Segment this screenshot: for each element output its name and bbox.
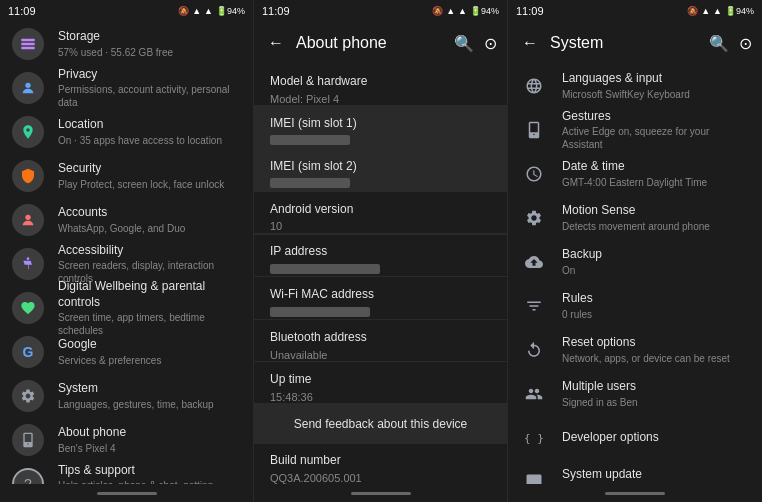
status-bar-2: 11:09 🔕 ▲ ▲ 🔋94% <box>254 0 507 22</box>
system-item-update[interactable]: System update Updated to Android 10 <box>508 460 762 484</box>
android-title: Android version <box>270 202 491 218</box>
sidebar-item-security[interactable]: Security Play Protect, screen lock, face… <box>0 154 253 198</box>
system-search-icon[interactable]: 🔍 <box>709 34 729 53</box>
update-title: System update <box>562 467 662 483</box>
about-item-build[interactable]: Build number QQ3A.200605.001 <box>254 443 507 484</box>
about-item-android[interactable]: Android version 10 <box>254 192 507 234</box>
system-item-gestures[interactable]: Gestures Active Edge on, squeeze for you… <box>508 108 762 152</box>
about-item-ip[interactable]: IP address <box>254 234 507 277</box>
about-item-bluetooth[interactable]: Bluetooth address Unavailable <box>254 320 507 362</box>
nav-indicator-2 <box>254 484 507 502</box>
reset-subtitle: Network, apps, or device can be reset <box>562 352 730 365</box>
languages-icon <box>520 72 548 100</box>
google-subtitle: Services & preferences <box>58 354 161 367</box>
users-icon <box>520 380 548 408</box>
system-item-developer[interactable]: { } Developer options <box>508 416 762 460</box>
about-item-imei1[interactable]: IMEI (sim slot 1) <box>254 106 507 149</box>
location-text: Location On · 35 apps have access to loc… <box>58 117 222 147</box>
nav-indicator-3 <box>508 484 762 502</box>
update-text: System update Updated to Android 10 <box>562 467 662 484</box>
sidebar-item-google[interactable]: G Google Services & preferences <box>0 330 253 374</box>
datetime-text: Date & time GMT-4:00 Eastern Daylight Ti… <box>562 159 707 189</box>
sidebar-item-privacy[interactable]: Privacy Permissions, account activity, p… <box>0 66 253 110</box>
wifi-icon: ▲ <box>204 6 213 16</box>
gestures-subtitle: Active Edge on, squeeze for your Assista… <box>562 125 750 151</box>
wifi-icon-3: ▲ <box>713 6 722 16</box>
accessibility-title: Accessibility <box>58 243 241 259</box>
sidebar-item-storage[interactable]: Storage 57% used · 55.62 GB free <box>0 22 253 66</box>
android-value: 10 <box>270 219 491 233</box>
about-list: Model & hardware Model: Pixel 4 IMEI (si… <box>254 64 507 484</box>
back-button[interactable]: ← <box>264 30 288 56</box>
google-title: Google <box>58 337 161 353</box>
datetime-subtitle: GMT-4:00 Eastern Daylight Time <box>562 176 707 189</box>
languages-subtitle: Microsoft SwiftKey Keyboard <box>562 88 690 101</box>
build-title: Build number <box>270 453 491 469</box>
battery-icon: 🔋94% <box>216 6 245 16</box>
svg-rect-2 <box>21 47 34 50</box>
accounts-icon <box>12 204 44 236</box>
system-item-rules[interactable]: Rules 0 rules <box>508 284 762 328</box>
backup-title: Backup <box>562 247 602 263</box>
about-item-wifi[interactable]: Wi-Fi MAC address <box>254 277 507 320</box>
about-item-feedback[interactable]: Send feedback about this device <box>254 405 507 443</box>
privacy-icon <box>12 72 44 104</box>
status-icons-1: 🔕 ▲ ▲ 🔋94% <box>178 6 245 16</box>
wellbeing-title: Digital Wellbeing & parental controls <box>58 279 241 310</box>
bluetooth-value: Unavailable <box>270 348 491 362</box>
about-icon <box>12 424 44 456</box>
signal-icon-2: ▲ <box>446 6 455 16</box>
uptime-title: Up time <box>270 372 491 388</box>
about-page-title: About phone <box>296 34 446 52</box>
system-item-motion[interactable]: Motion Sense Detects movement around pho… <box>508 196 762 240</box>
location-title: Location <box>58 117 222 133</box>
wellbeing-text: Digital Wellbeing & parental controls Sc… <box>58 279 241 337</box>
about-item-imei2[interactable]: IMEI (sim slot 2) <box>254 149 507 192</box>
wifi-redacted <box>270 307 370 317</box>
security-text: Security Play Protect, screen lock, face… <box>58 161 224 191</box>
system-item-backup[interactable]: Backup On <box>508 240 762 284</box>
users-text: Multiple users Signed in as Ben <box>562 379 638 409</box>
system-item-users[interactable]: Multiple users Signed in as Ben <box>508 372 762 416</box>
sidebar-item-location[interactable]: Location On · 35 apps have access to loc… <box>0 110 253 154</box>
system-item-languages[interactable]: Languages & input Microsoft SwiftKey Key… <box>508 64 762 108</box>
users-title: Multiple users <box>562 379 638 395</box>
system-header-icons: 🔍 ⊙ <box>709 34 752 53</box>
about-item-uptime[interactable]: Up time 15:48:36 <box>254 362 507 404</box>
status-time-2: 11:09 <box>262 5 290 17</box>
location-subtitle: On · 35 apps have access to location <box>58 134 222 147</box>
rules-subtitle: 0 rules <box>562 308 593 321</box>
sidebar-item-system[interactable]: System Languages, gestures, time, backup <box>0 374 253 418</box>
about-item-model[interactable]: Model & hardware Model: Pixel 4 <box>254 64 507 106</box>
sidebar-item-tips[interactable]: ? Tips & support Help articles, phone & … <box>0 462 253 484</box>
gestures-text: Gestures Active Edge on, squeeze for you… <box>562 109 750 152</box>
settings-list: Storage 57% used · 55.62 GB free Privacy… <box>0 22 253 484</box>
datetime-icon <box>520 160 548 188</box>
search-icon[interactable]: 🔍 <box>454 34 474 53</box>
system-back-button[interactable]: ← <box>518 30 542 56</box>
privacy-text: Privacy Permissions, account activity, p… <box>58 67 241 110</box>
bluetooth-title: Bluetooth address <box>270 330 491 346</box>
tips-title: Tips & support <box>58 463 241 479</box>
storage-subtitle: 57% used · 55.62 GB free <box>58 46 173 59</box>
system-item-datetime[interactable]: Date & time GMT-4:00 Eastern Daylight Ti… <box>508 152 762 196</box>
reset-icon <box>520 336 548 364</box>
sidebar-item-about[interactable]: About phone Ben's Pixel 4 <box>0 418 253 462</box>
reset-title: Reset options <box>562 335 730 351</box>
sidebar-item-wellbeing[interactable]: Digital Wellbeing & parental controls Sc… <box>0 286 253 330</box>
reset-text: Reset options Network, apps, or device c… <box>562 335 730 365</box>
security-title: Security <box>58 161 224 177</box>
help-icon[interactable]: ⊙ <box>484 34 497 53</box>
accounts-title: Accounts <box>58 205 185 221</box>
status-icons-2: 🔕 ▲ ▲ 🔋94% <box>432 6 499 16</box>
sidebar-item-accounts[interactable]: Accounts WhatsApp, Google, and Duo <box>0 198 253 242</box>
feedback-title: Send feedback about this device <box>270 417 491 433</box>
about-text: About phone Ben's Pixel 4 <box>58 425 126 455</box>
system-help-icon[interactable]: ⊙ <box>739 34 752 53</box>
svg-point-3 <box>25 83 30 88</box>
system-item-reset[interactable]: Reset options Network, apps, or device c… <box>508 328 762 372</box>
accounts-subtitle: WhatsApp, Google, and Duo <box>58 222 185 235</box>
users-subtitle: Signed in as Ben <box>562 396 638 409</box>
motion-title: Motion Sense <box>562 203 710 219</box>
imei1-redacted <box>270 135 350 145</box>
